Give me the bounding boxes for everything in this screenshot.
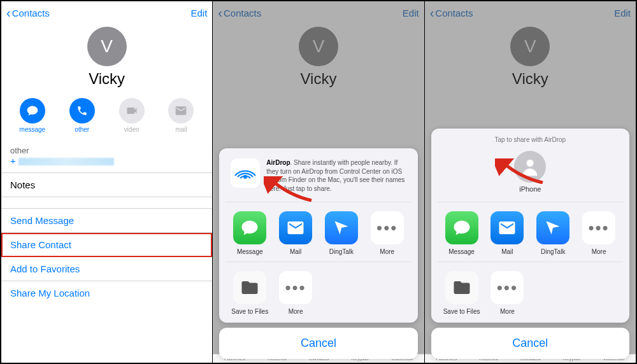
share-action-more[interactable]: ••• More: [484, 271, 530, 315]
more-actions-icon: •••: [490, 271, 524, 304]
airdrop-target-label: iPhone: [438, 185, 623, 193]
airdrop-tap-title: Tap to share with AirDrop: [438, 136, 623, 148]
airdrop-info-row: AirDrop. Share instantly with people nea…: [225, 156, 411, 202]
quick-actions-row: message other video mail: [1, 93, 212, 139]
panel-share-airdrop-target: ‹ Contacts Edit V Vicky Favorites Recent…: [425, 1, 636, 363]
share-app-dingtalk-label: DingTalk: [318, 248, 364, 255]
more-apps-icon: •••: [582, 211, 615, 244]
svg-point-1: [527, 160, 534, 167]
panel-share-airdrop-info: ‹ Contacts Edit V Vicky Favorites Recent…: [213, 1, 424, 363]
folder-icon: [233, 271, 266, 304]
action-message-label: message: [13, 126, 52, 133]
airdrop-target[interactable]: iPhone: [438, 148, 623, 202]
share-sheet: AirDrop. Share instantly with people nea…: [219, 148, 417, 359]
action-message[interactable]: message: [13, 98, 52, 133]
share-action-more-label: More: [273, 308, 318, 315]
phone-number-redacted: [18, 158, 114, 165]
share-contact-link[interactable]: Share Contact: [1, 233, 212, 257]
phone-label: other: [10, 146, 203, 155]
panel-contact-detail: ‹ Contacts Edit V Vicky message other v: [1, 1, 213, 363]
action-mail-label: mail: [162, 126, 200, 133]
share-action-save-files-label: Save to Files: [227, 308, 273, 315]
phone-prefix: +: [10, 155, 16, 166]
action-video: video: [113, 98, 151, 133]
share-sheet-card: AirDrop. Share instantly with people nea…: [219, 148, 417, 323]
contact-header: V Vicky: [1, 24, 212, 93]
mail-app-icon: [490, 211, 524, 244]
share-app-message[interactable]: Message: [227, 211, 273, 255]
cancel-button[interactable]: Cancel: [431, 328, 629, 359]
mail-icon: [168, 98, 194, 123]
share-action-save-files[interactable]: Save to Files: [439, 271, 485, 315]
share-app-mail[interactable]: Mail: [273, 211, 318, 255]
notes-row[interactable]: Notes: [1, 173, 212, 197]
share-app-message-label: Message: [227, 248, 273, 255]
share-app-dingtalk[interactable]: DingTalk: [530, 211, 576, 255]
share-app-dingtalk[interactable]: DingTalk: [318, 211, 364, 255]
share-app-message[interactable]: Message: [439, 211, 485, 255]
share-app-mail[interactable]: Mail: [484, 211, 530, 255]
notes-label: Notes: [10, 179, 35, 190]
spacer: [1, 197, 212, 209]
share-app-mail-label: Mail: [273, 248, 318, 255]
folder-icon: [445, 271, 478, 304]
message-icon: [20, 98, 45, 123]
cancel-button[interactable]: Cancel: [219, 328, 417, 359]
contact-name: Vicky: [1, 70, 212, 88]
action-call[interactable]: other: [63, 98, 101, 133]
share-sheet-card: Tap to share with AirDrop iPhone Message: [431, 129, 629, 323]
share-actions-row: Save to Files ••• More: [225, 262, 411, 318]
dingtalk-app-icon: [325, 211, 358, 244]
share-location-link[interactable]: Share My Location: [1, 281, 212, 305]
contact-avatar: V: [87, 27, 127, 66]
send-message-link[interactable]: Send Message: [1, 209, 212, 233]
avatar-initial: V: [101, 36, 113, 57]
message-app-icon: [233, 211, 266, 244]
share-apps-row: Message Mail DingTalk •••: [225, 202, 411, 262]
more-apps-icon: •••: [371, 211, 404, 244]
video-icon: [119, 98, 145, 123]
back-label: Contacts: [12, 8, 50, 18]
phone-row[interactable]: other +: [1, 139, 212, 173]
share-app-more-label: More: [364, 248, 410, 255]
share-app-more[interactable]: ••• More: [364, 211, 410, 255]
navbar: ‹ Contacts Edit: [1, 1, 212, 24]
share-actions-row: Save to Files ••• More: [438, 262, 623, 318]
message-app-icon: [445, 211, 478, 244]
share-action-more[interactable]: ••• More: [273, 271, 318, 315]
share-action-save-files[interactable]: Save to Files: [227, 271, 273, 315]
airdrop-icon: [231, 158, 260, 188]
action-call-label: other: [63, 126, 101, 133]
action-video-label: video: [113, 126, 151, 133]
share-app-more[interactable]: ••• More: [576, 211, 622, 255]
add-favorites-link[interactable]: Add to Favorites: [1, 257, 212, 281]
person-silhouette-icon: [514, 151, 546, 183]
mail-app-icon: [279, 211, 312, 244]
back-button[interactable]: ‹ Contacts: [6, 6, 50, 19]
more-actions-icon: •••: [279, 271, 312, 304]
dingtalk-app-icon: [536, 211, 569, 244]
chevron-left-icon: ‹: [6, 6, 11, 19]
airdrop-description: AirDrop. Share instantly with people nea…: [266, 158, 406, 193]
share-apps-row: Message Mail DingTalk •••: [438, 202, 623, 262]
phone-icon: [69, 98, 95, 123]
edit-button[interactable]: Edit: [190, 8, 207, 18]
share-sheet: Tap to share with AirDrop iPhone Message: [431, 129, 629, 359]
action-mail: mail: [162, 98, 200, 133]
